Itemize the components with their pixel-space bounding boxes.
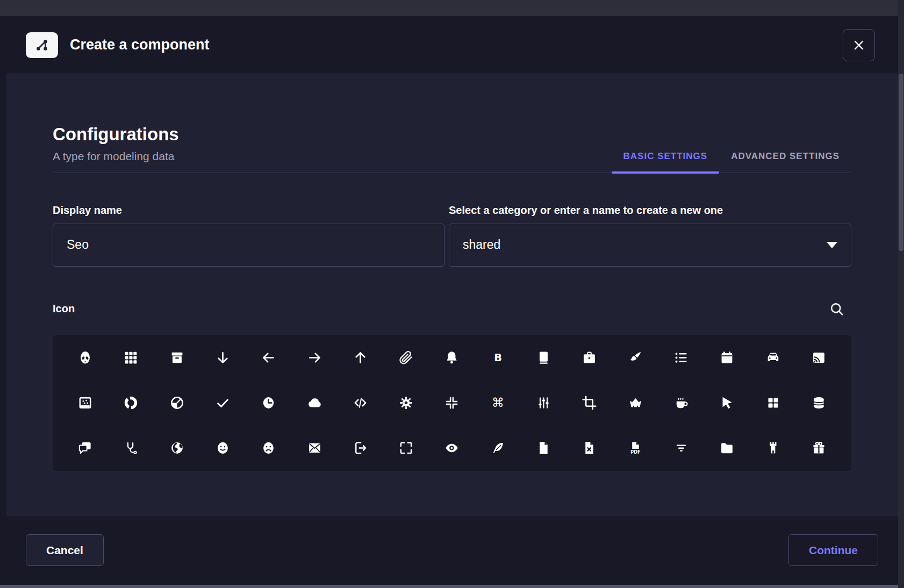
icon-option-expand[interactable] bbox=[392, 434, 420, 462]
close-button[interactable] bbox=[843, 29, 875, 61]
icon-option-bullet-list[interactable] bbox=[667, 344, 695, 372]
category-label: Select a category or enter a name to cre… bbox=[449, 204, 851, 217]
icon-option-book[interactable] bbox=[530, 344, 558, 372]
tab-basic-settings[interactable]: BASIC SETTINGS bbox=[612, 144, 720, 173]
feather-icon bbox=[490, 440, 506, 456]
cog-icon bbox=[398, 395, 414, 411]
page-scrollbar-thumb[interactable] bbox=[899, 74, 903, 251]
attachment-icon bbox=[398, 350, 414, 365]
gate-icon bbox=[765, 440, 781, 456]
icon-option-gate[interactable] bbox=[759, 434, 787, 462]
icon-option-cup[interactable] bbox=[667, 389, 695, 417]
arrow-right-icon bbox=[307, 350, 322, 365]
icon-option-chart-circle[interactable] bbox=[117, 389, 145, 417]
icon-option-briefcase[interactable] bbox=[576, 344, 604, 372]
icon-option-file[interactable] bbox=[530, 434, 558, 462]
emotion-unhappy-icon bbox=[261, 440, 276, 456]
discuss-icon bbox=[77, 440, 93, 456]
icon-option-discuss[interactable] bbox=[71, 434, 99, 462]
heading-block: Configurations A type for modeling data bbox=[53, 124, 179, 173]
icon-option-collapse[interactable] bbox=[438, 389, 466, 417]
icon-option-bold[interactable]: B bbox=[484, 344, 512, 372]
envelop-icon bbox=[307, 440, 322, 456]
clock-icon bbox=[261, 395, 276, 411]
icon-option-crown[interactable] bbox=[621, 389, 649, 417]
icon-section-label: Icon bbox=[53, 303, 75, 315]
connector-icon bbox=[536, 395, 551, 411]
gift-icon bbox=[811, 440, 827, 456]
dashboard-icon bbox=[765, 395, 781, 411]
continue-button[interactable]: Continue bbox=[788, 534, 878, 566]
arrow-up-icon bbox=[353, 350, 368, 365]
icon-option-database[interactable] bbox=[805, 389, 833, 417]
component-icon-box bbox=[26, 32, 58, 58]
calendar-icon bbox=[719, 350, 735, 365]
category-select[interactable]: shared bbox=[449, 224, 851, 267]
icon-option-feather[interactable] bbox=[484, 434, 512, 462]
icon-option-file-pdf[interactable]: PDF bbox=[621, 434, 649, 462]
filter-icon bbox=[673, 440, 689, 456]
icon-option-doctor[interactable] bbox=[117, 434, 145, 462]
icon-option-command[interactable]: ⌘ bbox=[484, 389, 512, 417]
icon-option-chart-pie[interactable] bbox=[163, 389, 191, 417]
icon-option-gift[interactable] bbox=[805, 434, 833, 462]
icon-option-dashboard[interactable] bbox=[759, 389, 787, 417]
icon-option-connector[interactable] bbox=[530, 389, 558, 417]
chart-bubble-icon bbox=[77, 395, 93, 411]
svg-text:B: B bbox=[494, 352, 502, 364]
icon-option-archive[interactable] bbox=[163, 344, 191, 372]
icon-search-button[interactable] bbox=[829, 301, 845, 317]
brush-icon bbox=[628, 350, 643, 365]
icon-option-folder[interactable] bbox=[713, 434, 741, 462]
icon-option-car[interactable] bbox=[759, 344, 787, 372]
icon-option-crop[interactable] bbox=[576, 389, 604, 417]
book-icon bbox=[536, 350, 551, 365]
icon-option-arrow-left[interactable] bbox=[255, 344, 283, 372]
icon-option-bell[interactable] bbox=[438, 344, 466, 372]
collapse-icon bbox=[444, 395, 460, 411]
icon-option-earth[interactable] bbox=[163, 434, 191, 462]
chart-circle-icon bbox=[123, 395, 139, 411]
icon-option-calendar[interactable] bbox=[713, 344, 741, 372]
icon-option-cog[interactable] bbox=[392, 389, 420, 417]
form-row: Display name Select a category or enter … bbox=[53, 204, 851, 267]
icon-option-alien[interactable] bbox=[71, 344, 99, 372]
icon-option-envelop[interactable] bbox=[300, 434, 328, 462]
icon-option-check[interactable] bbox=[209, 389, 237, 417]
command-icon: ⌘ bbox=[490, 395, 506, 411]
exit-icon bbox=[353, 440, 368, 456]
page-subtitle: A type for modeling data bbox=[53, 150, 179, 163]
icon-option-arrow-right[interactable] bbox=[300, 344, 328, 372]
modal-footer: Cancel Continue bbox=[6, 515, 898, 585]
icon-option-file-error[interactable] bbox=[576, 434, 604, 462]
icon-option-attachment[interactable] bbox=[392, 344, 420, 372]
icon-option-emotion-unhappy[interactable] bbox=[255, 434, 283, 462]
icon-option-chart-bubble[interactable] bbox=[71, 389, 99, 417]
page-background-top bbox=[0, 0, 904, 16]
icon-option-clock[interactable] bbox=[255, 389, 283, 417]
icon-option-eye[interactable] bbox=[438, 434, 466, 462]
icon-option-cloud[interactable] bbox=[300, 389, 328, 417]
arrow-left-icon bbox=[261, 350, 276, 365]
icon-option-arrow-up[interactable] bbox=[346, 344, 374, 372]
icon-option-exit[interactable] bbox=[346, 434, 374, 462]
crop-icon bbox=[582, 395, 597, 411]
earth-icon bbox=[169, 440, 185, 456]
modal-body: Configurations A type for modeling data … bbox=[6, 74, 898, 515]
display-name-input[interactable] bbox=[53, 224, 444, 267]
cup-icon bbox=[673, 395, 689, 411]
icon-option-cursor[interactable] bbox=[713, 389, 741, 417]
tab-advanced-settings[interactable]: ADVANCED SETTINGS bbox=[719, 144, 851, 173]
icon-option-cast[interactable] bbox=[805, 344, 833, 372]
cancel-button[interactable]: Cancel bbox=[26, 534, 104, 566]
icon-option-brush[interactable] bbox=[621, 344, 649, 372]
bold-icon: B bbox=[490, 350, 506, 365]
cloud-icon bbox=[307, 395, 322, 411]
svg-text:⌘: ⌘ bbox=[492, 396, 504, 410]
display-name-group: Display name bbox=[53, 204, 444, 267]
icon-option-apps[interactable] bbox=[117, 344, 145, 372]
icon-option-emotion-happy[interactable] bbox=[209, 434, 237, 462]
icon-option-filter[interactable] bbox=[667, 434, 695, 462]
icon-option-code[interactable] bbox=[346, 389, 374, 417]
icon-option-arrow-down[interactable] bbox=[209, 344, 237, 372]
